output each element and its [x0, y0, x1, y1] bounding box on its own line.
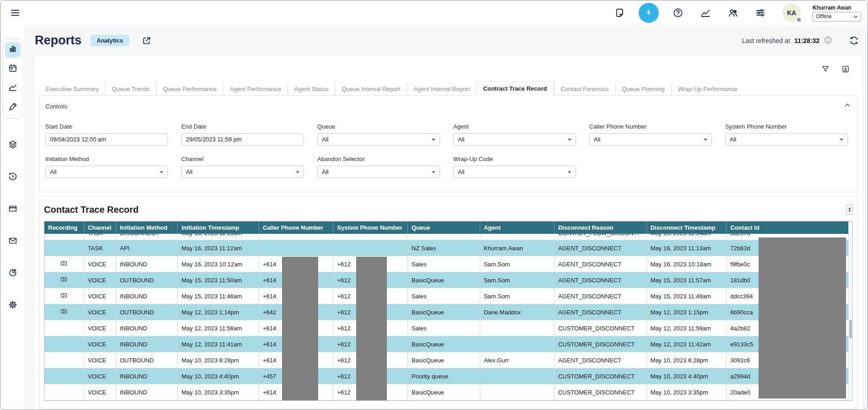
- table-row[interactable]: VOICE INBOUND May 15, 2023 11:46am +614 …: [44, 288, 852, 304]
- tab[interactable]: Agent Interval Report: [407, 82, 476, 95]
- recording-link-icon[interactable]: [60, 308, 68, 316]
- tab-label: Agent Performance: [230, 86, 281, 92]
- sidebar-item-mail[interactable]: [5, 234, 21, 249]
- notes-button[interactable]: [611, 5, 628, 21]
- hamburger-menu-button[interactable]: [7, 5, 23, 21]
- field-input[interactable]: All: [181, 166, 304, 178]
- open-external-button[interactable]: [138, 32, 155, 49]
- control-field: System Phone Number All: [725, 123, 848, 146]
- table-row[interactable]: VOICE INBOUND May 12, 2023 11:41am +614 …: [44, 336, 852, 352]
- tab[interactable]: Agent Status: [288, 82, 335, 95]
- metrics-button[interactable]: [697, 5, 714, 21]
- table-row[interactable]: TASK DISCONNECT May 16, 2023 11:13am CON…: [44, 234, 852, 240]
- settings-sliders-button[interactable]: [752, 5, 769, 21]
- sidebar-item-layers[interactable]: [5, 138, 21, 153]
- table-row[interactable]: VOICE INBOUND May 12, 2023 11:56am +614 …: [44, 320, 852, 336]
- select-caret-icon: [840, 139, 843, 141]
- field-input[interactable]: All: [317, 166, 440, 178]
- column-header[interactable]: Recording: [44, 221, 84, 234]
- recording-link-icon[interactable]: [60, 260, 68, 268]
- table-row[interactable]: VOICE INBOUND May 16, 2023 10:12am +614 …: [44, 256, 852, 272]
- column-header[interactable]: Caller Phone Number: [259, 221, 334, 234]
- tab[interactable]: Executive Summary: [39, 82, 105, 95]
- tab[interactable]: Queue Trends: [105, 82, 156, 95]
- disconnect-timestamp-cell: May 16, 2023 10:18am: [647, 256, 727, 272]
- system-phone-cell: [333, 240, 408, 256]
- column-header[interactable]: Disconnect Reason: [554, 221, 647, 234]
- select-caret-icon: [568, 171, 571, 173]
- field-input[interactable]: All: [725, 133, 848, 146]
- agents-button[interactable]: [725, 5, 741, 21]
- field-input[interactable]: All: [453, 133, 576, 146]
- tab[interactable]: Contract Trace Record: [476, 81, 553, 96]
- column-header[interactable]: System Phone Number: [333, 221, 408, 234]
- queue-cell: NZ Sales: [408, 240, 480, 256]
- sidebar-item-reports[interactable]: [5, 42, 21, 58]
- sidebar-item-window[interactable]: [5, 202, 21, 217]
- column-header[interactable]: Agent: [480, 221, 555, 234]
- sidebar-item-settings[interactable]: [5, 298, 21, 313]
- refresh-button[interactable]: [846, 32, 862, 49]
- field-input[interactable]: All: [45, 166, 168, 178]
- status-select-value: Offline: [816, 13, 831, 20]
- field-input[interactable]: All: [453, 166, 576, 178]
- status-select[interactable]: Offline: [813, 12, 861, 22]
- recording-cell: [44, 304, 84, 320]
- sidebar-item-trends[interactable]: [5, 81, 21, 96]
- sidebar-item-schedule[interactable]: [5, 61, 21, 77]
- card-toolbar: [819, 63, 852, 76]
- column-header[interactable]: Initiation Method: [116, 221, 178, 234]
- sidebar-item-design[interactable]: [5, 100, 21, 115]
- control-field: End Date 29/05/2023 11:59 pm: [181, 123, 304, 146]
- page-title: Reports: [35, 33, 81, 48]
- scroll-stepper[interactable]: [846, 205, 853, 215]
- column-header[interactable]: Channel: [84, 221, 116, 234]
- initiation-method-cell: API: [116, 240, 178, 256]
- sidebar-item-history[interactable]: [5, 170, 21, 185]
- collapse-chevron-up-icon[interactable]: [843, 101, 852, 111]
- initiation-method-cell: OUTBOUND: [116, 304, 178, 320]
- tab[interactable]: Queue Performance: [156, 82, 223, 95]
- tab[interactable]: Queue Interval Report: [335, 82, 407, 95]
- info-icon[interactable]: [824, 36, 832, 46]
- recording-cell: [44, 384, 84, 400]
- field-input[interactable]: All: [589, 133, 712, 146]
- recording-link-icon[interactable]: [60, 276, 68, 284]
- channel-cell: TASK: [84, 240, 116, 256]
- tab[interactable]: Contact Forensics: [554, 82, 615, 95]
- table-row[interactable]: VOICE OUTBOUND May 12, 2023 1:14pm +642 …: [44, 304, 852, 320]
- download-button[interactable]: [839, 63, 852, 76]
- column-header[interactable]: Queue: [408, 221, 480, 234]
- field-input[interactable]: 09/04/2023 12:00 am: [45, 133, 168, 146]
- recording-cell: [44, 240, 84, 256]
- stepper-down-icon[interactable]: [848, 210, 851, 213]
- control-field: Queue All: [317, 123, 440, 146]
- tab[interactable]: Agent Performance: [223, 82, 288, 95]
- help-button[interactable]: [670, 5, 686, 21]
- field-input[interactable]: All: [317, 133, 440, 146]
- column-header[interactable]: Contact Id: [727, 221, 852, 234]
- controls-row-1: Start Date 09/04/2023 12:00 am End Date: [45, 123, 852, 146]
- caller-phone-cell: [259, 240, 334, 256]
- table-row[interactable]: VOICE OUTBOUND May 15, 2023 11:50am +614…: [44, 272, 852, 288]
- stepper-up-icon[interactable]: [848, 206, 851, 209]
- tab[interactable]: Wrap-Up Performance: [671, 82, 744, 95]
- sidebar-item-pie-reports[interactable]: [5, 266, 21, 281]
- field-value: 29/05/2023 11:59 pm: [186, 136, 242, 143]
- column-header[interactable]: Initiation Timestamp: [178, 221, 259, 234]
- filter-button[interactable]: [819, 63, 832, 76]
- reports-card: Executive Summary Queue Trends Queue Per…: [35, 56, 862, 410]
- tab[interactable]: Queue Planning: [615, 82, 671, 95]
- disconnect-timestamp-cell: May 10, 2023 4:40pm: [647, 368, 727, 384]
- table-row[interactable]: VOICE INBOUND May 10, 2023 3:35pm +614 +…: [44, 384, 852, 400]
- table-row[interactable]: VOICE OUTBOUND May 10, 2023 6:28pm +614 …: [44, 352, 852, 368]
- table-row[interactable]: VOICE INBOUND May 10, 2023 4:40pm +457 +…: [44, 368, 852, 384]
- column-header[interactable]: Disconnect Timestamp: [647, 221, 727, 234]
- field-input[interactable]: 29/05/2023 11:59 pm: [181, 133, 304, 146]
- quick-actions-button[interactable]: [639, 3, 659, 23]
- table-row[interactable]: TASK API May 16, 2023 11:12am NZ Sales K…: [44, 240, 852, 256]
- avatar[interactable]: KA: [782, 4, 801, 22]
- recording-link-icon[interactable]: [60, 292, 68, 300]
- scrollbar-thumb[interactable]: [849, 320, 852, 338]
- recording-cell: [44, 336, 84, 352]
